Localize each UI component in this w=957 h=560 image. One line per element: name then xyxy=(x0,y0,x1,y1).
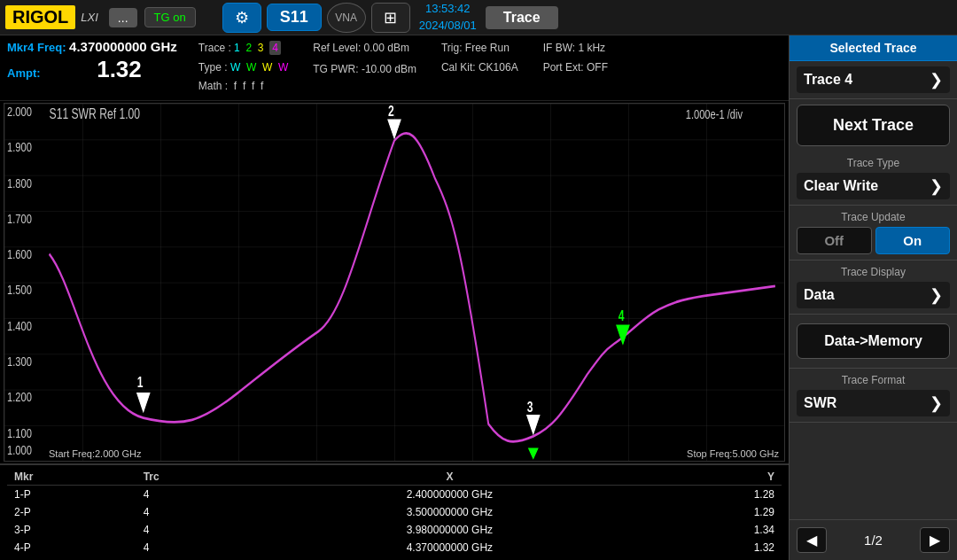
cell-y: 1.29 xyxy=(646,503,782,521)
rp-footer: ◀ 1/2 ▶ xyxy=(790,519,957,560)
ref-bar: Ref Level: 0.00 dBm TG PWR: -10.00 dBm xyxy=(313,39,416,79)
selected-trace-value: Trace 4 xyxy=(804,72,852,88)
cell-x: 3.500000000 GHz xyxy=(253,503,645,521)
vna-button[interactable]: VNA xyxy=(327,3,366,33)
logo-lxi: LXI xyxy=(81,11,98,24)
svg-text:1.000e-1 /div: 1.000e-1 /div xyxy=(686,106,743,121)
ref-bar2: Trig: Free Run Cal Kit: CK106A xyxy=(441,39,518,77)
trace-format-section: Trace Format SWR ❯ xyxy=(790,369,957,423)
trace-format-row[interactable]: SWR ❯ xyxy=(797,390,950,416)
data-table: Mkr Trc X Y 1-P 4 2.400000000 GHz 1.28 2… xyxy=(0,463,789,560)
marker-table: Mkr Trc X Y 1-P 4 2.400000000 GHz 1.28 2… xyxy=(7,469,782,556)
gear-icon-btn[interactable]: ⚙ xyxy=(222,3,261,33)
trace-update-on-btn[interactable]: On xyxy=(875,227,951,254)
col-trc: Trc xyxy=(136,469,254,486)
ampt-label: Ampt: xyxy=(7,66,41,80)
cell-trc: 4 xyxy=(136,539,254,556)
svg-text:1.500: 1.500 xyxy=(7,283,32,298)
trace-display-arrow[interactable]: ❯ xyxy=(930,285,943,305)
data-memory-section: Data->Memory xyxy=(790,315,957,369)
trace-display-section: Trace Display Data ❯ xyxy=(790,261,957,315)
main-layout: Mkr4 Freq: 4.370000000 GHz Ampt: 1.32 Tr… xyxy=(0,35,957,560)
trace-update-off-btn[interactable]: Off xyxy=(797,227,872,254)
col-mkr: Mkr xyxy=(7,469,136,486)
svg-text:1.900: 1.900 xyxy=(7,139,32,154)
cell-mkr: 4-P xyxy=(7,539,136,556)
cell-mkr: 1-P xyxy=(7,486,136,504)
math-row: Math : f f f f xyxy=(198,77,288,97)
svg-text:3: 3 xyxy=(527,399,533,415)
chart-area: 2.000 1.900 1.800 1.700 1.600 1.500 1.40… xyxy=(4,103,785,462)
chart-svg: 2.000 1.900 1.800 1.700 1.600 1.500 1.40… xyxy=(4,104,784,461)
svg-text:1.000: 1.000 xyxy=(7,442,32,457)
cell-x: 3.980000000 GHz xyxy=(253,521,645,539)
cell-y: 1.34 xyxy=(646,521,782,539)
top-bar: RIGOL LXI ... TG on ⚙ S11 VNA ⊞ 13:53:42… xyxy=(0,0,957,35)
selected-trace-header: Selected Trace xyxy=(790,35,957,61)
svg-text:1.200: 1.200 xyxy=(7,390,32,405)
stop-freq: Stop Freq:5.000 GHz xyxy=(687,448,779,459)
trig: Trig: Free Run xyxy=(441,39,518,58)
trace-meta: Trace : 1 2 3 4 Type : W W W W Math : f … xyxy=(198,39,288,97)
start-freq: Start Freq:2.000 GHz xyxy=(49,448,142,459)
svg-text:2: 2 xyxy=(388,104,394,119)
table-row: 2-P 4 3.500000000 GHz 1.29 xyxy=(7,503,782,521)
trace-type-arrow[interactable]: ❯ xyxy=(930,176,943,196)
data-memory-button[interactable]: Data->Memory xyxy=(797,323,950,359)
prev-page-btn[interactable]: ◀ xyxy=(797,527,827,553)
if-bw: IF BW: 1 kHz xyxy=(543,39,608,58)
tg-button[interactable]: TG on xyxy=(144,7,196,27)
svg-text:1.600: 1.600 xyxy=(7,246,32,261)
col-y: Y xyxy=(646,469,782,486)
trace-type-value: Clear Write xyxy=(804,178,878,194)
trace-type-section: Trace Type Clear Write ❯ xyxy=(790,152,957,206)
cell-trc: 4 xyxy=(136,503,254,521)
cell-mkr: 2-P xyxy=(7,503,136,521)
svg-rect-0 xyxy=(4,104,784,461)
trace-update-toggle: Off On xyxy=(797,227,950,254)
table-row: 1-P 4 2.400000000 GHz 1.28 xyxy=(7,486,782,504)
page-indicator: 1/2 xyxy=(864,533,883,548)
svg-text:1: 1 xyxy=(137,374,144,390)
trace-nums-row: Trace : 1 2 3 4 xyxy=(198,39,288,58)
svg-text:2.000: 2.000 xyxy=(7,104,32,119)
svg-text:1.700: 1.700 xyxy=(7,211,32,226)
datetime: 13:53:42 2024/08/01 xyxy=(419,1,477,33)
selected-trace-arrow[interactable]: ❯ xyxy=(930,70,943,89)
freq-value: 4.370000000 GHz xyxy=(69,39,177,54)
marker-freq: Mkr4 Freq: 4.370000000 GHz xyxy=(7,39,177,54)
grid-icon-btn[interactable]: ⊞ xyxy=(371,3,410,33)
logo-rigol: RIGOL xyxy=(5,5,75,29)
trace-update-label: Trace Update xyxy=(797,211,950,223)
svg-text:1.100: 1.100 xyxy=(7,425,32,440)
trace-display-value: Data xyxy=(804,287,835,303)
next-trace-button[interactable]: Next Trace xyxy=(797,105,950,146)
table-row: 4-P 4 4.370000000 GHz 1.32 xyxy=(7,539,782,556)
cell-mkr: 3-P xyxy=(7,521,136,539)
ref-level: Ref Level: 0.00 dBm xyxy=(313,39,416,58)
next-page-btn[interactable]: ▶ xyxy=(920,527,950,553)
ampt-value: 1.32 xyxy=(97,56,142,82)
trace-title-header: Trace xyxy=(486,6,558,29)
tg-pwr: TG PWR: -10.00 dBm xyxy=(313,60,416,80)
trace-format-arrow[interactable]: ❯ xyxy=(930,393,943,413)
trace-format-value: SWR xyxy=(804,395,836,411)
left-panel: Mkr4 Freq: 4.370000000 GHz Ampt: 1.32 Tr… xyxy=(0,35,789,560)
svg-text:1.800: 1.800 xyxy=(7,175,32,191)
col-x: X xyxy=(253,469,645,486)
cell-x: 4.370000000 GHz xyxy=(253,539,645,556)
cal-kit: Cal Kit: CK106A xyxy=(441,58,518,78)
trace-type-row[interactable]: Clear Write ❯ xyxy=(797,173,950,199)
port-ext: Port Ext: OFF xyxy=(543,58,608,78)
dots-button[interactable]: ... xyxy=(109,8,137,27)
cell-x: 2.400000000 GHz xyxy=(253,486,645,504)
table-body: 1-P 4 2.400000000 GHz 1.28 2-P 4 3.50000… xyxy=(7,486,782,557)
trace-update-section: Trace Update Off On xyxy=(790,206,957,261)
selected-trace-section: Trace 4 ❯ xyxy=(790,61,957,99)
selected-trace-row[interactable]: Trace 4 ❯ xyxy=(797,66,950,93)
ref-bar3: IF BW: 1 kHz Port Ext: OFF xyxy=(543,39,608,77)
cell-trc: 4 xyxy=(136,521,254,539)
s11-button[interactable]: S11 xyxy=(267,4,322,31)
trace-display-row[interactable]: Data ❯ xyxy=(797,282,950,308)
cell-y: 1.28 xyxy=(646,486,782,504)
